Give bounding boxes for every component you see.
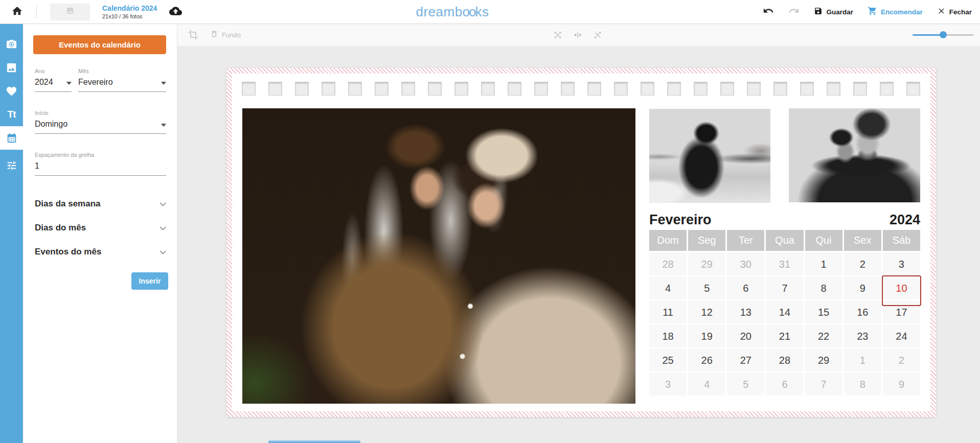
calendar-day-cell: 27 [727,349,764,371]
chevron-down-icon [159,223,166,233]
section-row-1[interactable]: Dias do mês [35,216,166,240]
close-label: Fechar [949,8,972,16]
day-number: 24 [896,331,907,342]
calendar-day-cell: 4 [688,373,725,395]
canvas-toolbar: Fundo [177,24,980,46]
year-select[interactable]: Ano 2024 [35,68,72,92]
binding-hole [322,82,335,96]
day-number: 8 [821,283,827,294]
calendar-day-cell: 10 [883,277,920,299]
camera-icon [6,38,17,50]
main-photo[interactable] [242,108,635,404]
binding-hole [481,82,495,96]
calendar-month-title: Fevereiro [649,212,712,228]
top-bar: Calendário 2024 21x10 / 36 fotos dreambo… [0,0,980,24]
order-button[interactable]: Encomendar [868,6,923,17]
day-number: 25 [662,355,673,366]
calendar-day-cell: 4 [649,277,687,299]
shuffle-button[interactable] [593,30,603,42]
heart-icon [6,85,17,97]
sidebar-item-settings[interactable] [0,154,23,177]
save-button[interactable]: Guardar [814,7,853,17]
app: Calendário 2024 21x10 / 36 fotos dreambo… [0,0,980,443]
day-number: 19 [701,331,713,342]
day-number: 20 [740,331,751,342]
binding-hole [747,82,761,96]
day-number: 3 [899,259,904,270]
day-number: 21 [779,331,790,342]
shuffle-icon [593,30,603,42]
sidebar-item-favorites[interactable] [0,79,23,103]
cloud-upload-icon [169,5,182,19]
small-photo-2[interactable] [789,108,920,202]
day-number: 4 [704,379,710,390]
month-select[interactable]: Mês Fevereiro [78,68,166,92]
panel-sections: Dias da semanaDias do mêsEventos do mês [35,192,166,264]
close-button[interactable]: Fechar [937,7,972,17]
day-number: 9 [860,283,865,294]
binding-hole [454,82,468,96]
swap-photos-button[interactable] [553,30,563,42]
calendar-day-cell: 2 [883,349,920,371]
zoom-slider[interactable] [913,31,974,39]
calendar-events-button[interactable]: Eventos do calendário [33,35,166,54]
binding-hole [534,82,548,96]
calendar-day-cell: 8 [805,277,842,299]
order-label: Encomendar [881,8,923,16]
app-logo: dreambooks [416,4,489,20]
calendar-day-cell: 23 [844,325,881,347]
calendar-day-cell: 22 [805,325,842,347]
image-placeholder-icon [66,7,74,17]
calendar-day-cell: 18 [649,325,687,347]
binding-hole [348,82,362,96]
day-number: 2 [860,259,865,270]
date-grid: 2829303112345678910111213141516171819202… [649,253,920,395]
delete-background-button[interactable]: Fundo [210,30,241,40]
day-number: 1 [821,259,827,270]
weekday-cell: Qua [766,230,803,251]
sidebar-item-photos[interactable] [0,32,23,56]
calendar-day-cell: 25 [649,349,687,371]
binding-hole [853,82,867,96]
weekday-cell: Sex [844,230,881,251]
cloud-upload-button[interactable] [169,5,182,19]
sidebar-item-text[interactable]: Tt [0,103,23,126]
day-number: 13 [740,307,751,318]
zoom-slider-thumb[interactable] [940,31,947,38]
sidebar-item-layouts[interactable] [0,56,23,79]
section-row-0[interactable]: Dias da semana [35,192,166,216]
day-number: 27 [740,355,751,366]
weekday-cell: Dom [649,230,687,251]
crop-button[interactable] [188,30,198,42]
swap-diagonal-icon [553,30,563,42]
flip-horizontal-button[interactable] [573,30,583,42]
small-photo-1[interactable] [649,109,770,203]
section-row-2[interactable]: Eventos do mês [35,240,166,264]
binding-hole [827,82,840,96]
day-number: 11 [663,307,673,318]
calendar-day-cell: 9 [844,277,881,299]
redo-button[interactable] [788,5,800,18]
calendar-day-cell: 8 [844,373,881,395]
day-number: 3 [665,379,671,390]
grid-spacing-value: 1 [35,161,39,171]
grid-spacing-input[interactable]: Espaçamento da grelha 1 [35,152,166,176]
binding-hole [428,82,442,96]
calendar-grid-object[interactable]: Fevereiro 2024 DomSegTerQuaQuiSexSáb 282… [649,211,920,395]
grid-spacing-label: Espaçamento da grelha [35,152,166,158]
day-number: 28 [662,259,673,270]
sidebar-item-calendar[interactable] [0,126,23,150]
day-number: 15 [818,307,829,318]
day-number: 28 [779,355,790,366]
day-number: 12 [701,307,713,318]
page-strip[interactable] [268,440,360,443]
weekday-cell: Seg [688,230,725,251]
week-start-select[interactable]: Início Domingo [35,110,166,134]
undo-button[interactable] [763,5,774,18]
calendar-day-cell: 24 [883,325,920,347]
calendar-page: Fevereiro 2024 DomSegTerQuaQuiSexSáb 282… [232,74,930,411]
binding-hole [375,82,389,96]
caret-down-icon [161,120,166,129]
insert-button[interactable]: Inserir [131,272,168,290]
home-button[interactable] [11,5,23,19]
